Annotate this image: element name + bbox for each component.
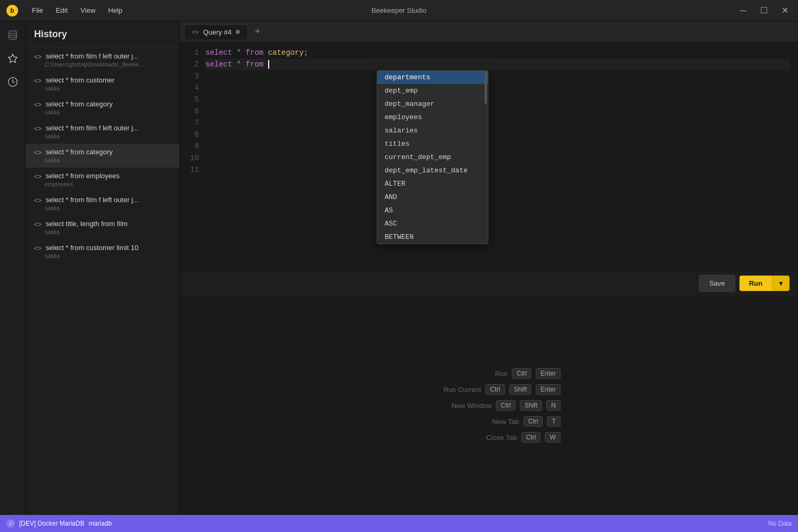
maximize-button[interactable]: ☐ <box>757 4 771 16</box>
shortcut-key: Enter <box>536 384 561 395</box>
query-text-1: select * from customer <box>46 76 114 84</box>
svg-point-0 <box>9 31 16 34</box>
shortcut-label-1: Run Current <box>417 386 481 394</box>
shortcut-row-1: Run CurrentCtrl Shift Enter <box>417 384 560 395</box>
line-number-4: 4 <box>184 82 199 94</box>
line-number-3: 3 <box>184 70 199 82</box>
menu-help[interactable]: Help <box>103 4 128 16</box>
query-text-4: select * from category <box>46 148 113 156</box>
query-tab[interactable]: <> Query #4 <box>184 24 248 39</box>
menu-file[interactable]: File <box>27 4 48 16</box>
code-lines[interactable]: select * from category; select * from <box>205 47 798 266</box>
autocomplete-item-11[interactable]: ASC <box>377 217 488 230</box>
query-text-0: select * from film f left outer j... <box>46 52 139 60</box>
line-number-7: 7 <box>184 117 199 129</box>
window-controls: ─ ☐ ✕ <box>737 4 792 16</box>
activity-bar <box>0 21 26 515</box>
query-text-5: select * from employees <box>46 172 120 180</box>
history-item-2[interactable]: <> select * from category saklia <box>26 96 179 120</box>
save-button[interactable]: Save <box>699 275 735 292</box>
history-item-4[interactable]: <> select * from category saklia <box>26 144 179 168</box>
query-db-1: saklia <box>45 85 173 92</box>
history-item-query-8: <> select * from customer limit 10 <box>34 244 173 252</box>
menu-view[interactable]: View <box>75 4 101 16</box>
new-tab-button[interactable]: + <box>250 24 265 39</box>
activity-database-icon[interactable] <box>3 26 22 45</box>
shortcut-row-0: RunCtrl Enter <box>444 368 560 379</box>
autocomplete-item-5[interactable]: titles <box>377 137 488 151</box>
run-button[interactable]: Run <box>739 276 772 291</box>
connection-status-icon: ✓ <box>6 519 15 528</box>
tab-bar: <> Query #4 + <box>180 21 798 43</box>
shortcut-key: Ctrl <box>523 416 543 427</box>
code-line-11 <box>205 164 789 176</box>
history-item-0[interactable]: <> select * from film f left outer j... … <box>26 48 179 72</box>
history-item-1[interactable]: <> select * from customer saklia <box>26 72 179 96</box>
status-left: ✓ [DEV] Docker MariaDB mariadb <box>6 519 112 528</box>
close-button[interactable]: ✕ <box>778 4 792 16</box>
history-item-7[interactable]: <> select title, length from film saklia <box>26 215 179 239</box>
activity-history-icon[interactable] <box>3 72 22 92</box>
code-line-2: select * from <box>205 59 789 70</box>
history-item-query-7: <> select title, length from film <box>34 220 173 228</box>
shortcut-key: N <box>546 400 561 411</box>
query-db-7: saklia <box>45 229 173 235</box>
activity-star-icon[interactable] <box>3 49 22 68</box>
autocomplete-item-6[interactable]: current_dept_emp <box>377 151 488 164</box>
autocomplete-item-9[interactable]: AND <box>377 190 488 204</box>
status-bar: ✓ [DEV] Docker MariaDB mariadb No Data <box>0 515 798 532</box>
menu-edit[interactable]: Edit <box>51 4 73 16</box>
query-icon-6: <> <box>34 197 41 204</box>
autocomplete-item-10[interactable]: AS <box>377 204 488 217</box>
code-line-9 <box>205 140 789 152</box>
shortcut-label-3: New Tab <box>455 418 519 426</box>
history-item-query-4: <> select * from category <box>34 148 173 156</box>
query-icon-1: <> <box>34 77 41 85</box>
minimize-button[interactable]: ─ <box>737 5 750 16</box>
editor-content: 1234567891011 select * from category; se… <box>180 43 798 515</box>
autocomplete-item-2[interactable]: dept_manager <box>377 97 488 111</box>
history-item-query-1: <> select * from customer <box>34 76 173 85</box>
code-line-10 <box>205 152 789 164</box>
autocomplete-item-1[interactable]: dept_emp <box>377 84 488 97</box>
shortcuts-table: RunCtrl EnterRun CurrentCtrl Shift Enter… <box>417 368 560 443</box>
autocomplete-dropdown[interactable]: departmentsdept_empdept_manageremployees… <box>377 70 488 244</box>
line-number-8: 8 <box>184 129 199 140</box>
autocomplete-item-8[interactable]: ALTER <box>377 177 488 190</box>
history-item-8[interactable]: <> select * from customer limit 10 sakli… <box>26 239 179 263</box>
code-line-5 <box>205 94 789 105</box>
autocomplete-item-3[interactable]: employees <box>377 111 488 124</box>
query-db-5: employees <box>45 181 173 187</box>
sidebar-title: History <box>26 21 179 48</box>
code-line-3 <box>205 70 789 82</box>
history-item-3[interactable]: <> select * from film f left outer j... … <box>26 120 179 144</box>
menu-items: File Edit View Help <box>27 4 128 16</box>
query-icon-0: <> <box>34 53 41 61</box>
history-item-query-2: <> select * from category <box>34 100 173 109</box>
history-item-5[interactable]: <> select * from employees employees <box>26 168 179 192</box>
main-layout: History <> select * from film f left out… <box>0 21 798 515</box>
title-bar-left: b File Edit View Help <box>6 4 128 16</box>
autocomplete-item-4[interactable]: salaries <box>377 124 488 137</box>
query-text-2: select * from category <box>46 100 113 108</box>
autocomplete-item-0[interactable]: departments <box>377 71 488 84</box>
shortcut-label-4: Close Tab <box>453 434 517 442</box>
history-item-6[interactable]: <> select * from film f left outer j... … <box>26 192 179 215</box>
tab-code-icon: <> <box>192 29 199 35</box>
tab-modified-indicator <box>236 30 240 34</box>
line-number-1: 1 <box>184 47 199 59</box>
query-text-3: select * from film f left outer j... <box>46 124 139 132</box>
shortcut-key: Ctrl <box>521 432 541 443</box>
editor-toolbar: Save Run ▼ <box>180 270 798 296</box>
code-editor[interactable]: 1234567891011 select * from category; se… <box>180 43 798 270</box>
autocomplete-item-7[interactable]: dept_emp_latest_date <box>377 164 488 177</box>
run-dropdown-button[interactable]: ▼ <box>772 276 789 291</box>
query-icon-2: <> <box>34 101 41 109</box>
query-icon-4: <> <box>34 149 41 156</box>
app-logo: b <box>6 5 18 16</box>
autocomplete-item-12[interactable]: BETWEEN <box>377 230 488 244</box>
line-numbers: 1234567891011 <box>180 47 205 266</box>
query-icon-8: <> <box>34 245 41 252</box>
shortcut-key: Enter <box>536 368 561 379</box>
history-item-query-3: <> select * from film f left outer j... <box>34 124 173 132</box>
